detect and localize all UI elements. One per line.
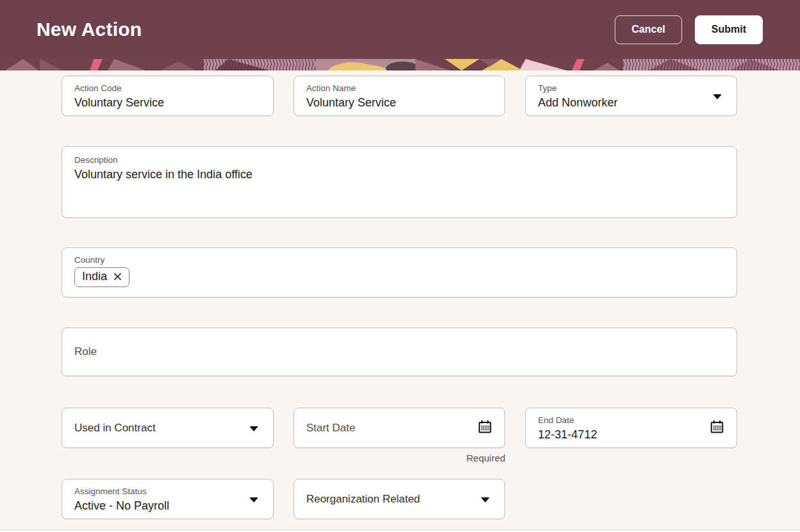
reorganization-related-select[interactable]: Reorganization Related	[294, 479, 506, 519]
chevron-down-icon	[713, 94, 722, 99]
end-date-label: End Date	[538, 415, 724, 426]
cancel-button[interactable]: Cancel	[615, 15, 681, 44]
used-in-contract-select[interactable]: Used in Contract	[62, 408, 274, 448]
action-code-field[interactable]: Action Code Voluntary Service	[62, 76, 274, 116]
section-divider	[0, 529, 800, 532]
new-action-form: Action Code Voluntary Service Action Nam…	[0, 76, 800, 519]
action-name-field[interactable]: Action Name Voluntary Service	[294, 76, 506, 116]
calendar-icon[interactable]	[478, 419, 492, 436]
description-value: Voluntary service in the India office	[74, 166, 724, 183]
country-chip-india[interactable]: India	[74, 267, 129, 287]
used-in-contract-label: Used in Contract	[74, 422, 156, 435]
decorative-banner	[0, 59, 800, 71]
submit-button[interactable]: Submit	[695, 15, 763, 44]
country-chip-label: India	[82, 270, 107, 283]
action-name-label: Action Name	[306, 83, 493, 94]
country-field[interactable]: Country India	[62, 247, 737, 297]
calendar-icon[interactable]	[710, 419, 724, 436]
close-icon[interactable]	[113, 272, 122, 281]
type-label: Type	[538, 83, 724, 94]
page-header: New Action Cancel Submit	[0, 0, 800, 59]
chevron-down-icon	[249, 426, 258, 431]
description-field[interactable]: Description Voluntary service in the Ind…	[62, 146, 737, 218]
start-date-required-hint: Required	[466, 453, 505, 463]
end-date-value: 12-31-4712	[538, 426, 724, 443]
reorganization-related-label: Reorganization Related	[306, 493, 421, 506]
chevron-down-icon	[481, 497, 490, 502]
country-label: Country	[74, 254, 724, 266]
assignment-status-select[interactable]: Assignment Status Active - No Payroll	[62, 479, 274, 519]
end-date-field[interactable]: End Date 12-31-4712	[525, 408, 737, 448]
action-code-value: Voluntary Service	[74, 94, 261, 111]
role-label: Role	[74, 345, 97, 358]
start-date-label: Start Date	[306, 422, 356, 435]
description-label: Description	[74, 154, 724, 166]
start-date-field[interactable]: Start Date	[294, 408, 506, 448]
action-name-value: Voluntary Service	[306, 94, 493, 111]
banner-pattern-image	[0, 59, 800, 71]
type-value: Add Nonworker	[538, 94, 724, 111]
page-title: New Action	[37, 19, 142, 40]
type-select[interactable]: Type Add Nonworker	[525, 76, 737, 116]
assignment-status-value: Active - No Payroll	[74, 497, 261, 514]
assignment-status-label: Assignment Status	[74, 486, 261, 497]
chevron-down-icon	[249, 497, 258, 502]
action-code-label: Action Code	[74, 83, 261, 94]
header-actions: Cancel Submit	[615, 15, 763, 44]
role-field[interactable]: Role	[62, 328, 737, 376]
